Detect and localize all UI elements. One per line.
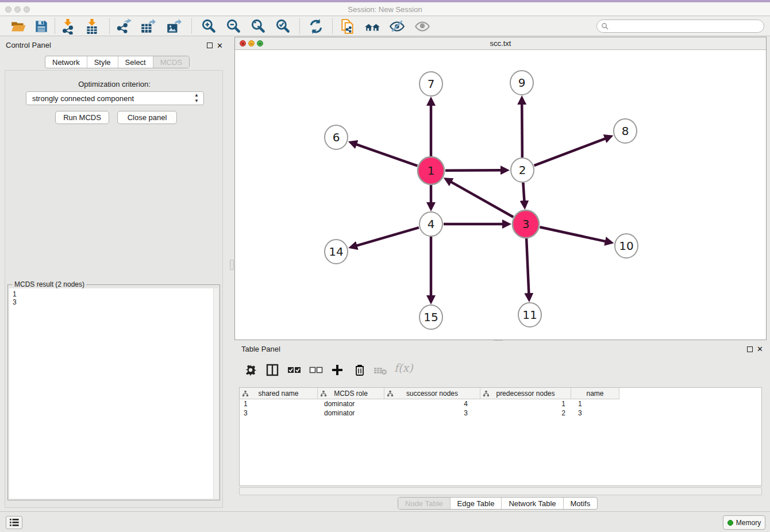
clone-network-icon[interactable] bbox=[340, 18, 356, 34]
graph-node-label: 1 bbox=[428, 164, 435, 178]
zoom-out-icon[interactable] bbox=[225, 18, 241, 34]
import-table-icon[interactable] bbox=[84, 18, 100, 34]
graph-edge-3-10[interactable] bbox=[540, 227, 606, 241]
column-type-icon bbox=[242, 391, 248, 396]
network-window-titlebar[interactable]: ✕ − + scc.txt bbox=[235, 37, 766, 50]
table-cell[interactable]: 3 bbox=[240, 409, 318, 418]
table-cell[interactable]: 4 bbox=[384, 400, 480, 409]
delete-column-trash-icon[interactable] bbox=[353, 363, 368, 378]
graph-node-label: 9 bbox=[518, 76, 526, 90]
column-header-name[interactable]: name bbox=[571, 388, 619, 399]
graph-edge-2-3[interactable] bbox=[523, 183, 524, 202]
graph-edge-3-1[interactable] bbox=[451, 182, 513, 217]
search-input[interactable] bbox=[609, 22, 764, 31]
tab-network[interactable]: Network bbox=[45, 56, 87, 68]
save-session-icon[interactable] bbox=[33, 18, 49, 34]
refresh-view-icon[interactable] bbox=[308, 18, 324, 34]
table-panel-tabs: Node Table Edge Table Network Table Moti… bbox=[398, 497, 598, 510]
tab-select[interactable]: Select bbox=[118, 56, 153, 68]
table-horizontal-scrollbar[interactable] bbox=[239, 487, 762, 495]
graph-edge-1-2[interactable] bbox=[445, 170, 502, 171]
function-builder-icon: f(x) bbox=[394, 361, 409, 376]
zoom-in-icon[interactable] bbox=[201, 18, 217, 34]
column-header-shared-name[interactable]: shared name bbox=[240, 388, 318, 399]
network-window-title: scc.txt bbox=[235, 39, 766, 48]
status-bar: Memory bbox=[0, 511, 770, 532]
graph-node-label: 11 bbox=[522, 308, 537, 322]
graph-edge-4-14[interactable] bbox=[356, 228, 419, 246]
session-title: Session: New Session bbox=[0, 5, 770, 14]
table-toolbar: f(x) bbox=[234, 358, 767, 384]
zoom-selected-icon[interactable] bbox=[275, 18, 291, 34]
result-line: 1 bbox=[13, 290, 218, 298]
tab-motifs[interactable]: Motifs bbox=[563, 498, 598, 509]
table-cell[interactable]: 1 bbox=[571, 400, 619, 409]
import-network-icon[interactable] bbox=[60, 18, 76, 34]
mcds-result-title: MCDS result (2 nodes) bbox=[13, 280, 86, 288]
tab-style[interactable]: Style bbox=[87, 56, 118, 68]
result-scrollbar[interactable] bbox=[213, 288, 218, 499]
column-header-successor-nodes[interactable]: successor nodes bbox=[384, 388, 480, 399]
mcds-result-textarea[interactable]: 1 3 bbox=[9, 288, 218, 499]
graph-node-label: 3 bbox=[522, 217, 530, 231]
search-field bbox=[596, 20, 764, 33]
tab-network-table[interactable]: Network Table bbox=[501, 498, 563, 509]
graph-edge-2-9[interactable] bbox=[522, 103, 522, 157]
table-row[interactable]: 1dominator411 bbox=[240, 400, 761, 409]
task-history-button[interactable] bbox=[6, 516, 22, 529]
result-line: 3 bbox=[13, 298, 218, 306]
zoom-fit-icon[interactable] bbox=[250, 18, 266, 34]
graph-edge-2-8[interactable] bbox=[534, 138, 606, 165]
table-cell[interactable]: 1 bbox=[480, 400, 571, 409]
hide-graphics-icon[interactable] bbox=[389, 18, 405, 34]
graph-node-label: 15 bbox=[424, 310, 438, 324]
export-image-icon[interactable] bbox=[165, 18, 182, 34]
column-header-mcds-role[interactable]: MCDS role bbox=[318, 388, 384, 399]
birdseye-view-icon[interactable] bbox=[364, 18, 380, 34]
application-window: Session: New Session bbox=[0, 0, 770, 532]
tab-node-table[interactable]: Node Table bbox=[398, 498, 450, 509]
criterion-dropdown[interactable]: strongly connected component ▲▼ bbox=[26, 91, 204, 105]
table-cell[interactable]: 2 bbox=[480, 409, 571, 418]
open-session-icon[interactable] bbox=[10, 18, 26, 34]
table-cell[interactable]: dominator bbox=[318, 409, 384, 418]
graph-edge-1-6[interactable] bbox=[356, 144, 417, 166]
table-cell[interactable]: 3 bbox=[384, 409, 480, 418]
memory-status-icon bbox=[727, 520, 733, 526]
close-panel-button[interactable]: Close panel bbox=[117, 111, 177, 124]
graph-node-label: 10 bbox=[619, 239, 633, 253]
network-canvas[interactable]: 1234678910111415 bbox=[235, 50, 766, 340]
optimization-criterion-label: Optimization criterion: bbox=[5, 80, 224, 88]
graph-edge-3-11[interactable] bbox=[526, 238, 529, 294]
table-cell[interactable]: dominator bbox=[318, 400, 384, 409]
table-row[interactable]: 3dominator323 bbox=[240, 409, 761, 418]
column-type-icon bbox=[483, 391, 489, 396]
delete-table-icon bbox=[374, 363, 388, 378]
export-network-icon[interactable] bbox=[116, 18, 132, 34]
control-panel-float-button[interactable] bbox=[207, 43, 213, 48]
show-columns-icon[interactable] bbox=[265, 363, 280, 378]
table-cell[interactable]: 3 bbox=[571, 409, 619, 418]
mcds-panel: Optimization criterion: strongly connect… bbox=[5, 70, 223, 508]
tab-edge-table[interactable]: Edge Table bbox=[450, 498, 502, 509]
mcds-result-group: MCDS result (2 nodes) 1 3 bbox=[7, 284, 220, 500]
export-table-icon[interactable] bbox=[140, 18, 156, 34]
graph-node-label: 14 bbox=[329, 245, 343, 259]
create-column-icon[interactable] bbox=[330, 363, 345, 378]
deselect-all-icon[interactable] bbox=[309, 363, 324, 378]
vertical-splitter-handle[interactable] bbox=[230, 260, 234, 270]
table-cell[interactable]: 1 bbox=[240, 400, 318, 409]
table-panel-float-button[interactable] bbox=[747, 346, 753, 352]
memory-label: Memory bbox=[736, 519, 761, 527]
table-settings-gear-icon[interactable] bbox=[244, 363, 259, 378]
control-panel-tabs: Network Style Select MCDS bbox=[45, 56, 190, 68]
show-graphics-icon[interactable] bbox=[414, 18, 430, 34]
column-header-predecessor-nodes[interactable]: predecessor nodes bbox=[480, 388, 571, 399]
table-panel-close-button[interactable]: ✕ bbox=[757, 346, 763, 353]
run-mcds-button[interactable]: Run MCDS bbox=[55, 111, 109, 124]
select-all-icon[interactable] bbox=[287, 363, 302, 378]
memory-button[interactable]: Memory bbox=[723, 515, 765, 530]
tab-mcds[interactable]: MCDS bbox=[153, 56, 189, 68]
control-panel-close-button[interactable]: ✕ bbox=[217, 43, 223, 49]
graph-node-label: 4 bbox=[428, 217, 435, 231]
